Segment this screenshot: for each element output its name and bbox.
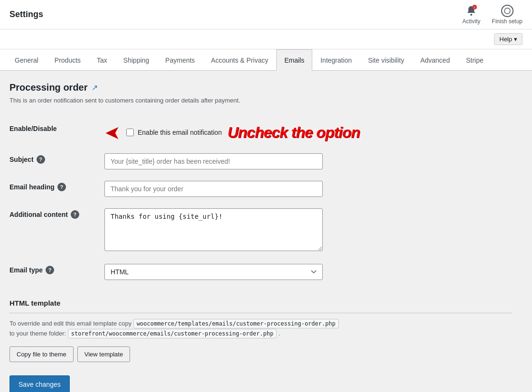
template-period: .	[279, 330, 280, 337]
annotation-row: ➤ Enable this email notification Uncheck…	[104, 123, 513, 142]
template-desc-mid: to your theme folder:	[9, 330, 66, 337]
enable-disable-label: Enable/Disable	[9, 117, 104, 148]
finish-setup-icon	[501, 5, 513, 17]
arrow-annotation: ➤	[104, 123, 121, 142]
tab-general[interactable]: General	[7, 49, 47, 71]
activity-label: Activity	[462, 18, 480, 25]
tab-advanced[interactable]: Advanced	[412, 49, 458, 71]
subject-label: Subject ?	[9, 148, 104, 175]
tab-stripe[interactable]: Stripe	[458, 49, 492, 71]
page-title-row: Processing order ↗	[9, 82, 513, 93]
form-table: Enable/Disable ➤ Enable this email notif…	[9, 117, 513, 286]
svg-point-3	[504, 8, 510, 14]
email-heading-label: Email heading ?	[9, 175, 104, 203]
save-row: Save changes	[9, 366, 513, 392]
activity-button[interactable]: ! Activity	[462, 5, 480, 25]
email-type-help-icon[interactable]: ?	[46, 266, 54, 274]
template-desc-prefix: To override and edit this email template…	[9, 320, 131, 327]
tab-integration[interactable]: Integration	[312, 49, 360, 71]
enable-disable-cell: ➤ Enable this email notification Uncheck…	[104, 117, 513, 148]
additional-content-cell: Thanks for using {site_url}!	[104, 203, 513, 258]
checkbox-row: Enable this email notification	[126, 129, 222, 136]
template-folder-code: storefront/woocommerce/emails/customer-p…	[68, 329, 277, 338]
main-content: Processing order ↗ This is an order noti…	[0, 71, 522, 392]
help-row: Help ▾	[0, 29, 532, 49]
email-heading-cell	[104, 175, 513, 203]
email-heading-row: Email heading ?	[9, 175, 513, 203]
email-type-label: Email type ?	[9, 258, 104, 286]
copy-file-to-theme-button[interactable]: Copy file to theme	[9, 346, 74, 362]
enable-notification-checkbox[interactable]	[126, 129, 134, 136]
section-divider	[9, 313, 513, 313]
red-arrow-icon: ➤	[104, 123, 121, 142]
tab-site-visibility[interactable]: Site visibility	[360, 49, 412, 71]
subject-help-icon[interactable]: ?	[37, 155, 45, 164]
page-title-link[interactable]: ↗	[92, 83, 98, 92]
help-button[interactable]: Help ▾	[494, 33, 523, 45]
save-changes-button[interactable]: Save changes	[9, 375, 70, 392]
template-path-code: woocommerce/templates/emails/customer-pr…	[133, 319, 339, 328]
additional-content-textarea[interactable]: Thanks for using {site_url}!	[104, 208, 323, 251]
finish-setup-label: Finish setup	[492, 18, 523, 25]
activity-icon: !	[465, 5, 477, 17]
additional-content-help-icon[interactable]: ?	[71, 210, 79, 219]
tab-accounts-privacy[interactable]: Accounts & Privacy	[203, 49, 277, 71]
template-buttons: Copy file to theme View template	[9, 346, 513, 362]
enable-notification-label: Enable this email notification	[138, 129, 222, 136]
tab-payments[interactable]: Payments	[157, 49, 203, 71]
template-description: To override and edit this email template…	[9, 319, 513, 339]
annotation-text: Uncheck the option	[227, 124, 360, 141]
chevron-down-icon: ▾	[514, 36, 517, 43]
email-type-cell: HTML Plain text Multipart	[104, 258, 513, 286]
page-title: Processing order	[9, 82, 88, 93]
html-template-heading: HTML template	[9, 299, 513, 307]
settings-title: Settings	[9, 9, 43, 19]
topbar-right: ! Activity Finish setup	[462, 5, 523, 25]
tab-emails[interactable]: Emails	[276, 49, 312, 71]
email-type-select[interactable]: HTML Plain text Multipart	[104, 264, 323, 280]
email-type-label-wrap: Email type ?	[9, 266, 54, 274]
tab-tax[interactable]: Tax	[89, 49, 115, 71]
svg-point-0	[470, 14, 472, 16]
topbar: Settings ! Activity Finish setup	[0, 0, 532, 29]
subject-row: Subject ?	[9, 148, 513, 175]
additional-content-label: Additional content ?	[9, 203, 104, 258]
additional-content-label-wrap: Additional content ?	[9, 210, 79, 219]
additional-content-row: Additional content ? Thanks for using {s…	[9, 203, 513, 258]
enable-disable-row: Enable/Disable ➤ Enable this email notif…	[9, 117, 513, 148]
subject-cell	[104, 148, 513, 175]
subject-label-wrap: Subject ?	[9, 155, 45, 164]
tab-products[interactable]: Products	[47, 49, 89, 71]
tab-shipping[interactable]: Shipping	[115, 49, 158, 71]
email-type-row: Email type ? HTML Plain text Multipart	[9, 258, 513, 286]
svg-text:!: !	[474, 6, 475, 9]
subject-input[interactable]	[104, 153, 323, 169]
view-template-button[interactable]: View template	[77, 346, 130, 362]
page-description: This is an order notification sent to cu…	[9, 97, 513, 104]
tabs-bar: General Products Tax Shipping Payments A…	[0, 49, 532, 71]
email-heading-help-icon[interactable]: ?	[57, 183, 66, 191]
finish-setup-button[interactable]: Finish setup	[492, 5, 523, 25]
email-heading-label-wrap: Email heading ?	[9, 183, 66, 191]
email-heading-input[interactable]	[104, 181, 323, 197]
